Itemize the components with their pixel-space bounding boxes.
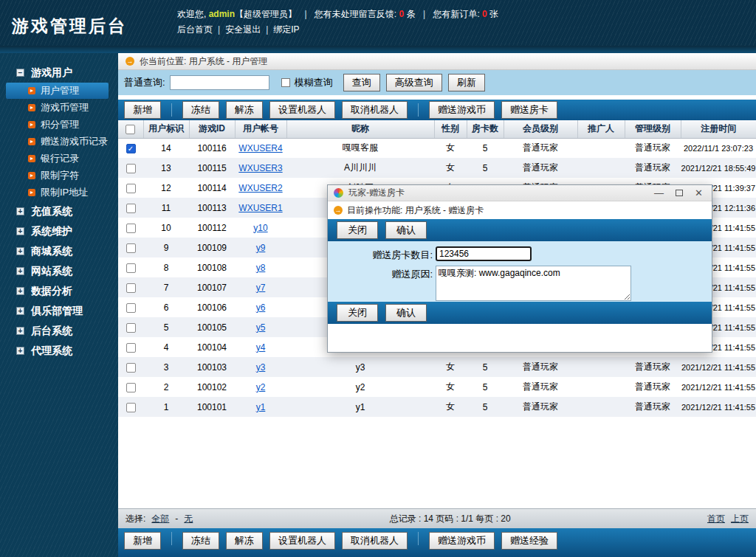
- confirm-button[interactable]: 确认: [385, 304, 427, 322]
- row-checkbox[interactable]: [126, 224, 136, 233]
- account-link[interactable]: y8: [256, 263, 266, 273]
- search-input[interactable]: [170, 75, 269, 90]
- gift-reason-textarea[interactable]: 嘎嘎亲测: www.gagaqince.com: [436, 266, 631, 301]
- page-link-上页[interactable]: 上页: [731, 513, 749, 525]
- confirm-button[interactable]: 确认: [385, 221, 427, 239]
- column-header-用户帐号[interactable]: 用户帐号: [235, 120, 286, 138]
- column-header-推广人[interactable]: 推广人: [577, 120, 625, 138]
- sidebar-group-网站系统[interactable]: +网站系统: [0, 262, 118, 280]
- dialog-toolbar-top: 关闭 确认: [328, 219, 712, 241]
- account-link[interactable]: y2: [256, 382, 266, 392]
- header-link-0[interactable]: 后台首页: [177, 24, 213, 35]
- sidebar-item-label: 积分管理: [41, 118, 79, 131]
- row-checkbox[interactable]: [126, 204, 136, 213]
- table-header-row: 用户标识游戏ID用户帐号昵称性别房卡数会员级别推广人管理级别注册时间: [118, 120, 756, 138]
- 新增-button[interactable]: 新增: [124, 532, 161, 550]
- close-button[interactable]: 关闭: [337, 221, 378, 239]
- sidebar-group-代理系统[interactable]: +代理系统: [0, 342, 118, 360]
- 解冻-button[interactable]: 解冻: [226, 532, 263, 550]
- row-checkbox[interactable]: [126, 403, 136, 412]
- dialog-titlebar[interactable]: 玩家-赠送房卡 — ✕: [328, 185, 712, 201]
- 赠送经验-button[interactable]: 赠送经验: [501, 532, 557, 550]
- sidebar-group-充值系统[interactable]: +充值系统: [0, 202, 118, 221]
- sidebar-item-游戏币管理[interactable]: ▸游戏币管理: [6, 100, 109, 116]
- sidebar-group-数据分析[interactable]: +数据分析: [0, 282, 118, 300]
- sidebar-item-赠送游戏币记录[interactable]: ▸赠送游戏币记录: [6, 134, 109, 150]
- sidebar-item-银行记录[interactable]: ▸银行记录: [6, 151, 109, 167]
- row-checkbox[interactable]: [126, 283, 136, 293]
- row-checkbox[interactable]: [126, 164, 136, 173]
- column-header-会员级别[interactable]: 会员级别: [504, 120, 577, 138]
- expand-icon: +: [16, 287, 24, 295]
- column-header-用户标识[interactable]: 用户标识: [143, 120, 189, 138]
- gender-cell: 女: [434, 397, 467, 417]
- 取消机器人-button[interactable]: 取消机器人: [342, 532, 408, 550]
- row-checkbox[interactable]: [126, 383, 136, 392]
- close-icon[interactable]: ✕: [695, 187, 703, 198]
- 赠送房卡-button[interactable]: 赠送房卡: [501, 101, 557, 119]
- 高级查询-button[interactable]: 高级查询: [386, 74, 442, 91]
- 冻结-button[interactable]: 冻结: [182, 532, 219, 550]
- member-level-cell: 普通玩家: [504, 357, 577, 377]
- close-button[interactable]: 关闭: [337, 304, 378, 322]
- 解冻-button[interactable]: 解冻: [226, 101, 263, 119]
- account-link[interactable]: y3: [256, 362, 266, 373]
- column-header-管理级别[interactable]: 管理级别: [625, 120, 681, 138]
- row-checkbox[interactable]: [126, 363, 136, 373]
- user-role: 【超级管理员】: [235, 9, 297, 19]
- account-link[interactable]: WXUSER3: [238, 163, 282, 173]
- 设置机器人-button[interactable]: 设置机器人: [269, 101, 335, 119]
- page-link-首页[interactable]: 首页: [707, 513, 725, 525]
- sidebar-group-后台系统[interactable]: +后台系统: [0, 322, 118, 340]
- minimize-icon[interactable]: —: [654, 190, 664, 197]
- account-link[interactable]: y10: [253, 223, 267, 233]
- 新增-button[interactable]: 新增: [124, 101, 161, 119]
- row-checkbox[interactable]: [126, 263, 136, 273]
- row-checkbox[interactable]: [126, 303, 136, 313]
- 查询-button[interactable]: 查询: [343, 74, 380, 91]
- account-link[interactable]: y1: [256, 402, 266, 412]
- account-link[interactable]: y9: [256, 243, 266, 253]
- account-link[interactable]: y4: [256, 342, 266, 353]
- sidebar-item-用户管理[interactable]: ▸用户管理: [6, 83, 109, 99]
- column-header-性别[interactable]: 性别: [434, 120, 467, 138]
- account-link[interactable]: WXUSER1: [238, 203, 282, 213]
- 赠送游戏币-button[interactable]: 赠送游戏币: [429, 101, 495, 119]
- sidebar-group-游戏用户[interactable]: −游戏用户: [0, 63, 118, 82]
- select-all-link[interactable]: 全部: [151, 513, 169, 525]
- row-checkbox[interactable]: [126, 323, 136, 333]
- account-link[interactable]: y5: [256, 322, 266, 333]
- column-header-游戏ID[interactable]: 游戏ID: [189, 120, 235, 138]
- account-link[interactable]: y6: [256, 302, 266, 313]
- account-link[interactable]: y7: [256, 283, 266, 293]
- header-link-2[interactable]: 绑定IP: [273, 24, 299, 35]
- sidebar-group-俱乐部管理[interactable]: +俱乐部管理: [0, 302, 118, 320]
- 冻结-button[interactable]: 冻结: [182, 101, 219, 119]
- 刷新-button[interactable]: 刷新: [448, 74, 485, 91]
- select-none-link[interactable]: 无: [184, 513, 193, 525]
- row-checkbox[interactable]: [126, 184, 136, 193]
- account-link[interactable]: WXUSER4: [238, 143, 282, 153]
- 赠送游戏币-button[interactable]: 赠送游戏币: [429, 532, 495, 550]
- row-checkbox[interactable]: [126, 243, 136, 253]
- row-checkbox[interactable]: [126, 343, 136, 353]
- select-all-checkbox[interactable]: [126, 125, 135, 134]
- maximize-icon[interactable]: [676, 190, 683, 196]
- app-pinwheel-icon: [334, 188, 343, 198]
- sidebar-item-限制IP地址[interactable]: ▸限制IP地址: [6, 184, 109, 201]
- account-link[interactable]: WXUSER2: [238, 183, 282, 193]
- column-header-房卡数[interactable]: 房卡数: [467, 120, 504, 138]
- arrow-right-icon: ▸: [28, 138, 35, 145]
- header-link-1[interactable]: 安全退出: [225, 24, 261, 35]
- sidebar-item-限制字符[interactable]: ▸限制字符: [6, 167, 109, 184]
- 设置机器人-button[interactable]: 设置机器人: [269, 532, 335, 550]
- sidebar-group-系统维护[interactable]: +系统维护: [0, 222, 118, 241]
- room-card-count-input[interactable]: [436, 246, 532, 261]
- row-checkbox[interactable]: ✓: [126, 144, 136, 153]
- sidebar-item-积分管理[interactable]: ▸积分管理: [6, 117, 109, 133]
- 取消机器人-button[interactable]: 取消机器人: [342, 101, 408, 119]
- column-header-昵称[interactable]: 昵称: [286, 120, 434, 138]
- column-header-注册时间[interactable]: 注册时间: [681, 120, 756, 138]
- sidebar-group-商城系统[interactable]: +商城系统: [0, 242, 118, 260]
- fuzzy-checkbox[interactable]: [281, 78, 290, 87]
